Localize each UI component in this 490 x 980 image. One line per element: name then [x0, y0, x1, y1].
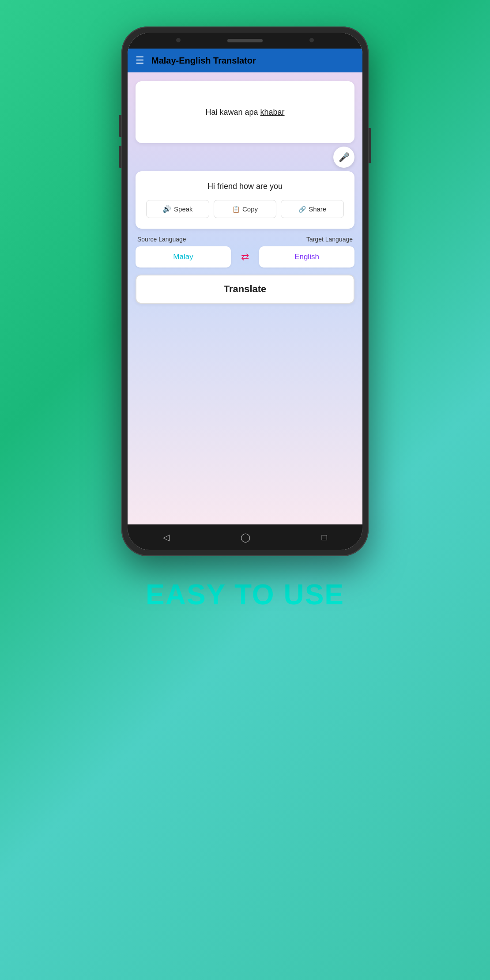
home-nav-button[interactable]: ◯ [232, 528, 259, 546]
app-bar: ☰ Malay-English Translator [128, 49, 362, 72]
power-button [369, 128, 371, 163]
speak-button[interactable]: 🔊 Speak [146, 200, 209, 218]
translate-button[interactable]: Translate [136, 275, 354, 304]
phone-wrapper: ☰ Malay-English Translator Hai kawan apa… [121, 26, 369, 556]
action-buttons: 🔊 Speak 📋 Copy 🔗 Share [146, 200, 344, 218]
copy-icon: 📋 [232, 206, 240, 213]
swap-arrows-icon: ⇄ [241, 251, 249, 263]
share-icon: 🔗 [298, 206, 306, 213]
phone-outer: ☰ Malay-English Translator Hai kawan apa… [121, 26, 369, 556]
mic-btn-wrapper: 🎤 [136, 147, 354, 168]
volume-down-button [119, 146, 121, 168]
phone-notch [128, 33, 362, 49]
lang-selector-row: Malay ⇄ English [136, 246, 354, 268]
share-button[interactable]: 🔗 Share [281, 200, 344, 218]
microphone-icon: 🎤 [339, 152, 350, 162]
tagline-wrapper: EASY TO USE [146, 578, 344, 611]
target-language-label: Target Language [306, 236, 353, 243]
volume-up-button [119, 115, 121, 137]
back-nav-button[interactable]: ◁ [154, 528, 178, 546]
language-section: Source Language Target Language Malay ⇄ … [136, 236, 354, 268]
source-language-value: Malay [173, 253, 193, 261]
tagline: EASY TO USE [146, 578, 344, 611]
front-camera-icon [176, 38, 181, 42]
copy-button[interactable]: 📋 Copy [214, 200, 277, 218]
input-text: Hai kawan apa khabar [205, 106, 284, 118]
mic-button[interactable]: 🎤 [333, 147, 354, 168]
sensor-icon [309, 38, 314, 42]
recents-nav-button[interactable]: □ [313, 529, 335, 546]
source-language-selector[interactable]: Malay [136, 246, 231, 268]
output-card: Hi friend how are you 🔊 Speak 📋 Copy 🔗 [136, 171, 354, 229]
output-text: Hi friend how are you [146, 182, 344, 191]
share-label: Share [309, 205, 326, 213]
phone-nav: ◁ ◯ □ [128, 524, 362, 550]
lang-labels: Source Language Target Language [136, 236, 354, 243]
source-language-label: Source Language [137, 236, 186, 243]
target-language-value: English [294, 253, 319, 261]
phone-screen: ☰ Malay-English Translator Hai kawan apa… [128, 33, 362, 550]
app-content: Hai kawan apa khabar 🎤 Hi friend how are… [128, 72, 362, 524]
speaker-icon: 🔊 [162, 205, 171, 213]
input-card[interactable]: Hai kawan apa khabar [136, 81, 354, 143]
app-title: Malay-English Translator [151, 56, 256, 66]
swap-language-button[interactable]: ⇄ [235, 247, 255, 267]
input-text-main: Hai kawan apa [205, 108, 260, 117]
input-text-underlined: khabar [260, 108, 285, 117]
menu-icon[interactable]: ☰ [136, 55, 144, 66]
earpiece-icon [227, 39, 263, 42]
target-language-selector[interactable]: English [259, 246, 354, 268]
copy-label: Copy [242, 205, 258, 213]
speak-label: Speak [174, 205, 193, 213]
